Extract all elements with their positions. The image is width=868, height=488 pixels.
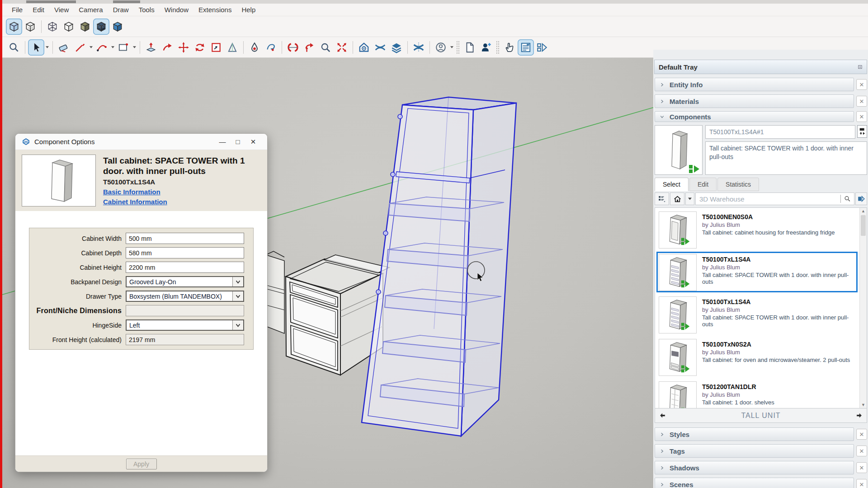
tab-select[interactable]: Select	[655, 178, 689, 191]
section-rotate-icon[interactable]	[301, 39, 317, 56]
zoom-tool-icon[interactable]	[317, 39, 334, 56]
toolbar-drag-handle[interactable]	[456, 41, 460, 54]
swap-component-icon[interactable]	[857, 125, 867, 138]
panel-forward-icon[interactable]	[855, 192, 867, 205]
pin-tray-icon[interactable]	[858, 65, 863, 70]
section-styles[interactable]: Styles	[655, 427, 854, 441]
close-icon[interactable]: ✕	[245, 138, 261, 146]
close-section-button[interactable]: ✕	[856, 429, 867, 440]
line-tool-dropdown-icon[interactable]	[88, 39, 94, 56]
list-scrollbar[interactable]: ▲ ▼	[859, 208, 867, 408]
search-icon[interactable]	[840, 195, 851, 203]
menu-extensions[interactable]: Extensions	[193, 4, 236, 16]
home-icon[interactable]	[670, 192, 684, 205]
section-shadows[interactable]: Shadows	[655, 461, 854, 474]
section-tags[interactable]: Tags	[655, 444, 854, 458]
maximize-icon[interactable]: □	[230, 138, 245, 145]
section-plane-icon[interactable]	[285, 39, 301, 56]
rotate-tool-icon[interactable]	[192, 39, 208, 56]
tab-statistics[interactable]: Statistics	[717, 178, 759, 191]
hingeside-select[interactable]: Left	[126, 319, 244, 331]
hand-gesture-icon[interactable]	[501, 39, 518, 56]
minimize-icon[interactable]: —	[215, 138, 230, 145]
scroll-thumb[interactable]	[861, 215, 866, 236]
new-file-icon[interactable]	[462, 39, 478, 56]
warehouse-icon[interactable]	[356, 39, 372, 56]
backpanel-design-select[interactable]: Grooved Lay-On	[126, 276, 244, 287]
scroll-up-icon[interactable]: ▲	[860, 208, 867, 214]
rectangle-tool-dropdown-icon[interactable]	[132, 39, 137, 56]
apply-button[interactable]: Apply	[126, 459, 157, 469]
view-options-icon[interactable]	[655, 192, 669, 205]
flip-icon[interactable]	[410, 39, 427, 56]
section-materials[interactable]: Materials	[655, 94, 854, 108]
basic-information-link[interactable]: Basic Information	[103, 188, 261, 196]
section-components[interactable]: Components	[655, 111, 854, 122]
pushpull-tool-icon[interactable]	[143, 39, 159, 56]
menu-view[interactable]: View	[49, 4, 74, 16]
close-section-button[interactable]: ✕	[856, 446, 867, 456]
menu-window[interactable]: Window	[160, 4, 193, 16]
monochrome-style-icon[interactable]	[109, 19, 126, 35]
select-tool-dropdown-icon[interactable]	[44, 39, 50, 56]
menu-camera[interactable]: Camera	[74, 4, 108, 16]
layers-stack-icon[interactable]	[388, 39, 405, 56]
cabinet-width-field[interactable]	[126, 233, 244, 244]
component-list-item[interactable]: T501200TAN1DLRby Julius BlumTall cabinet…	[656, 379, 858, 408]
section-scenes[interactable]: Scenes	[655, 478, 854, 488]
component-name-input[interactable]	[705, 125, 855, 139]
line-tool-icon[interactable]	[72, 39, 88, 56]
menu-help[interactable]: Help	[236, 4, 260, 16]
offset-tool-icon[interactable]	[208, 39, 224, 56]
tray-header[interactable]: Default Tray	[654, 60, 867, 74]
partial-cabinet-model[interactable]	[266, 251, 284, 333]
wireframe-style-icon[interactable]	[44, 19, 61, 35]
shaded-style-icon[interactable]	[77, 19, 93, 35]
tab-edit[interactable]: Edit	[689, 178, 717, 191]
close-section-button[interactable]: ✕	[856, 96, 867, 107]
followme-tool-icon[interactable]	[159, 39, 175, 56]
component-list-item[interactable]: T50100TxL1S4Aby Julius BlumTall cabinet:…	[656, 294, 858, 335]
close-section-button[interactable]: ✕	[856, 462, 867, 473]
component-list-item[interactable]: T50100NEN0S0Aby Julius BlumTall cabinet:…	[656, 209, 858, 250]
shaded-textures-style-icon[interactable]	[93, 19, 109, 35]
xray-style-icon[interactable]	[6, 19, 22, 35]
back-edges-style-icon[interactable]	[22, 19, 38, 35]
search-input[interactable]	[696, 193, 838, 205]
cabinet-depth-field[interactable]	[126, 247, 244, 258]
arc-tool-dropdown-icon[interactable]	[110, 39, 115, 56]
component-list-item[interactable]: T50100TxN0S2Aby Julius BlumTall cabinet:…	[656, 337, 858, 377]
zoom-extents-icon[interactable]	[334, 39, 350, 56]
menu-edit[interactable]: Edit	[28, 4, 49, 16]
section-entity-info[interactable]: Entity Info	[655, 78, 854, 91]
close-section-button[interactable]: ✕	[856, 479, 867, 488]
select-tool-icon[interactable]	[28, 39, 44, 56]
close-section-button[interactable]: ✕	[856, 111, 867, 122]
paint-bucket-icon[interactable]	[246, 39, 263, 56]
scroll-down-icon[interactable]: ▼	[860, 402, 867, 408]
rectangle-tool-icon[interactable]	[115, 39, 132, 56]
components-nav-icon[interactable]	[534, 39, 550, 56]
cabinet-height-field[interactable]	[126, 262, 244, 273]
toolbar-drag-handle[interactable]	[496, 41, 500, 54]
nav-right-icon[interactable]	[855, 412, 863, 419]
drawer-type-select[interactable]: Boxsystem (Blum TANDEMBOX)	[126, 291, 244, 302]
avatar-dropdown-icon[interactable]	[449, 39, 454, 56]
thumbnail-size-dropdown-icon[interactable]	[685, 192, 694, 205]
sandbox-icon[interactable]	[372, 39, 388, 56]
tape-measure-icon[interactable]	[224, 39, 241, 56]
avatar-icon[interactable]	[433, 39, 449, 56]
selected-cabinet-model[interactable]	[362, 97, 516, 436]
menu-file[interactable]: File	[7, 4, 28, 16]
arc-tool-icon[interactable]	[94, 39, 110, 56]
dialog-titlebar[interactable]: Component Options — □ ✕	[15, 134, 267, 150]
eraser-tool-icon[interactable]	[56, 39, 72, 56]
close-section-button[interactable]: ✕	[856, 79, 867, 90]
swirl-tool-icon[interactable]	[263, 39, 279, 56]
hidden-line-style-icon[interactable]	[61, 19, 77, 35]
search-icon[interactable]	[6, 39, 22, 56]
tray-panel-icon[interactable]	[518, 39, 534, 56]
menu-tools[interactable]: Tools	[134, 4, 160, 16]
component-list-item[interactable]: T50100TxL1S4Aby Julius BlumTall cabinet:…	[656, 252, 858, 292]
add-person-icon[interactable]	[478, 39, 494, 56]
